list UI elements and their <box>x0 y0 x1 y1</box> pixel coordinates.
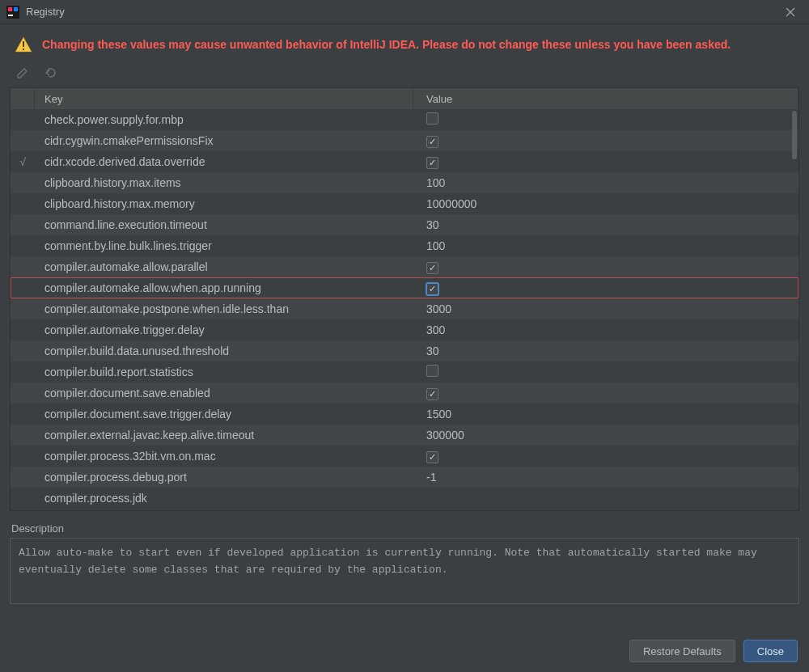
pencil-icon <box>16 66 29 79</box>
description-box: Allow auto-make to start even if develop… <box>10 538 799 604</box>
row-value[interactable] <box>413 450 798 463</box>
warning-icon <box>15 36 32 53</box>
row-key: compiler.process.32bit.vm.on.mac <box>35 450 413 463</box>
row-key: command.line.execution.timeout <box>35 218 413 231</box>
checkbox[interactable] <box>426 157 438 169</box>
checkbox[interactable] <box>426 283 438 295</box>
warning-banner: Changing these values may cause unwanted… <box>0 24 809 61</box>
row-key: compiler.build.report.statistics <box>35 366 413 378</box>
header-key-col[interactable]: Key <box>35 88 413 109</box>
row-key: compiler.document.save.enabled <box>35 387 413 399</box>
revert-button[interactable] <box>42 65 58 81</box>
window-close-button[interactable] <box>778 0 803 24</box>
row-value[interactable] <box>413 155 798 169</box>
row-value[interactable] <box>413 134 798 148</box>
header-value-col[interactable]: Value <box>413 88 798 109</box>
table-row[interactable]: compiler.automake.allow.parallel <box>11 256 798 277</box>
table-row[interactable]: comment.by.line.bulk.lines.trigger100 <box>11 235 798 256</box>
svg-rect-8 <box>23 49 24 50</box>
row-value[interactable]: 300000 <box>413 429 798 442</box>
svg-rect-2 <box>14 7 18 11</box>
table-row[interactable]: compiler.document.save.enabled <box>11 382 798 404</box>
svg-rect-7 <box>23 41 24 47</box>
row-value[interactable]: 3000 <box>413 302 798 315</box>
checkbox[interactable] <box>426 262 438 274</box>
undo-icon <box>44 66 57 79</box>
row-value[interactable]: 100 <box>413 176 798 189</box>
app-icon <box>6 6 19 19</box>
table-row[interactable]: compiler.process.32bit.vm.on.mac <box>11 446 798 467</box>
table-row[interactable]: compiler.document.save.trigger.delay1500 <box>11 404 798 425</box>
svg-rect-3 <box>8 15 13 16</box>
table-row[interactable]: compiler.build.report.statistics <box>11 361 798 382</box>
row-value[interactable] <box>413 112 798 127</box>
table-row[interactable]: compiler.external.javac.keep.alive.timeo… <box>11 425 798 446</box>
row-value[interactable]: 30 <box>413 344 798 357</box>
checkbox[interactable] <box>426 112 438 125</box>
table-row[interactable]: compiler.build.data.unused.threshold30 <box>11 340 798 361</box>
table-row[interactable]: √cidr.xcode.derived.data.override <box>11 151 798 172</box>
table-row[interactable]: clipboard.history.max.items100 <box>11 172 798 193</box>
table-row[interactable]: compiler.automake.trigger.delay300 <box>11 319 798 340</box>
row-key: compiler.process.jdk <box>35 492 413 505</box>
checkbox[interactable] <box>426 365 438 377</box>
row-key: compiler.document.save.trigger.delay <box>35 408 413 421</box>
table-row[interactable]: compiler.process.jdk <box>11 488 798 509</box>
row-value[interactable]: 30 <box>413 218 798 231</box>
scrollbar-thumb[interactable] <box>792 111 797 159</box>
row-key: clipboard.history.max.memory <box>35 197 413 210</box>
row-key: cidr.xcode.derived.data.override <box>35 155 413 168</box>
header-modified-col[interactable] <box>11 88 35 109</box>
row-key: comment.by.line.bulk.lines.trigger <box>35 239 413 252</box>
table-row[interactable]: check.power.supply.for.mbp <box>11 109 798 130</box>
row-key: compiler.external.javac.keep.alive.timeo… <box>35 429 413 442</box>
modified-mark: √ <box>11 155 35 168</box>
row-key: cidr.cygwin.cmakePermissionsFix <box>35 134 413 147</box>
table-body: check.power.supply.for.mbpcidr.cygwin.cm… <box>11 109 798 510</box>
row-value[interactable]: 10000000 <box>413 197 798 210</box>
table-row[interactable]: compiler.automake.postpone.when.idle.les… <box>11 298 798 319</box>
window-title: Registry <box>26 6 65 18</box>
row-value[interactable] <box>413 387 798 400</box>
table-row[interactable]: compiler.automake.allow.when.app.running <box>11 277 798 298</box>
row-key: compiler.automake.allow.parallel <box>35 260 413 273</box>
table-row[interactable]: clipboard.history.max.memory10000000 <box>11 193 798 214</box>
close-button[interactable]: Close <box>743 640 798 662</box>
row-key: check.power.supply.for.mbp <box>35 113 413 126</box>
checkbox[interactable] <box>426 136 438 148</box>
row-key: compiler.automake.postpone.when.idle.les… <box>35 302 413 315</box>
row-key: compiler.build.data.unused.threshold <box>35 344 413 357</box>
row-key: compiler.process.debug.port <box>35 471 413 484</box>
restore-defaults-button[interactable]: Restore Defaults <box>629 640 735 662</box>
table-row[interactable]: compiler.process.debug.port-1 <box>11 467 798 488</box>
row-value[interactable]: 100 <box>413 239 798 252</box>
checkbox[interactable] <box>426 451 438 463</box>
table-header: Key Value <box>11 88 798 109</box>
checkbox[interactable] <box>426 388 438 400</box>
toolbar <box>0 61 809 87</box>
table-row[interactable]: cidr.cygwin.cmakePermissionsFix <box>11 130 798 151</box>
warning-text: Changing these values may cause unwanted… <box>42 38 731 51</box>
row-value[interactable] <box>413 281 798 295</box>
row-key: compiler.automake.trigger.delay <box>35 323 413 336</box>
row-value[interactable]: -1 <box>413 471 798 484</box>
row-value[interactable] <box>413 260 798 274</box>
svg-rect-1 <box>8 7 12 11</box>
row-value[interactable] <box>413 365 798 379</box>
registry-table: Key Value check.power.supply.for.mbpcidr… <box>10 87 799 511</box>
titlebar: Registry <box>0 0 809 24</box>
row-key: clipboard.history.max.items <box>35 176 413 189</box>
edit-button[interactable] <box>15 65 31 81</box>
close-icon <box>786 7 795 17</box>
row-value[interactable]: 1500 <box>413 408 798 421</box>
description-label: Description <box>11 522 798 535</box>
table-row[interactable]: command.line.execution.timeout30 <box>11 214 798 235</box>
dialog-buttons: Restore Defaults Close <box>629 640 798 662</box>
row-value[interactable]: 300 <box>413 323 798 336</box>
row-key: compiler.automake.allow.when.app.running <box>35 281 413 294</box>
